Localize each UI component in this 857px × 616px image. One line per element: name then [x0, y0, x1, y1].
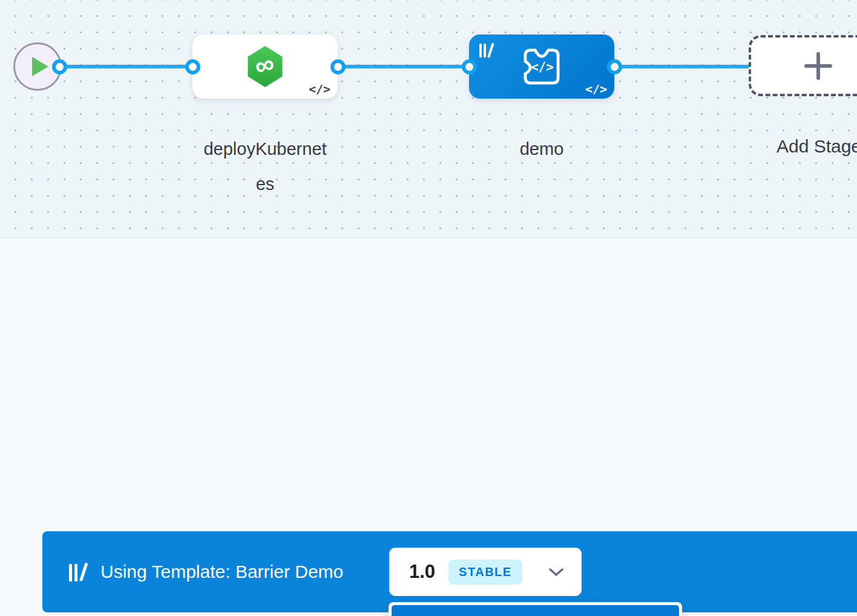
template-banner-title: Using Template: Barrier Demo	[100, 562, 343, 582]
version-dropdown-menu: 1.0 (Stable)	[389, 602, 682, 616]
kubernetes-stage-icon: ∞	[246, 46, 284, 87]
stage-details-panel: Using Template: Barrier Demo 1.0 STABLE …	[0, 239, 857, 616]
chevron-down-icon	[548, 568, 564, 577]
stage-node-demo[interactable]: </> </>	[469, 34, 614, 99]
edge-start-to-deploy	[59, 65, 192, 68]
port-demo-in[interactable]	[462, 59, 477, 74]
template-library-icon	[479, 42, 492, 58]
custom-stage-icon: </>	[518, 43, 565, 90]
edge-deploy-to-demo	[338, 65, 469, 68]
version-option-stable[interactable]: 1.0 (Stable)	[392, 605, 679, 616]
port-start-out[interactable]	[52, 59, 67, 74]
pipeline-studio: ∞ </> </> </> deployKubernet es demo A	[0, 0, 857, 616]
play-icon	[32, 57, 48, 76]
port-deploy-in[interactable]	[185, 59, 200, 74]
code-glyph: </>	[531, 60, 553, 74]
port-deploy-out[interactable]	[330, 59, 346, 74]
template-version-value: 1.0	[409, 561, 435, 583]
add-stage-button[interactable]	[749, 35, 857, 96]
add-stage-label: Add Stage	[749, 129, 857, 164]
plus-icon	[804, 51, 833, 80]
stage-node-deploykubernetes[interactable]: ∞ </>	[192, 34, 338, 99]
pipeline-canvas[interactable]: ∞ </> </> </> deployKubernet es demo A	[0, 0, 857, 238]
template-library-icon	[69, 562, 85, 582]
code-badge-icon: </>	[585, 82, 607, 96]
port-demo-out[interactable]	[607, 59, 622, 74]
edge-demo-to-addstage	[614, 65, 749, 68]
code-badge-icon: </>	[309, 82, 330, 96]
version-status-badge: STABLE	[448, 560, 522, 585]
infinity-icon: ∞	[252, 48, 278, 82]
stage-label-demo: demo	[469, 131, 614, 166]
stage-label-deploykubernetes: deployKubernet es	[192, 131, 338, 202]
template-version-selector[interactable]: 1.0 STABLE	[389, 548, 582, 596]
template-banner: Using Template: Barrier Demo 1.0 STABLE	[42, 531, 857, 612]
